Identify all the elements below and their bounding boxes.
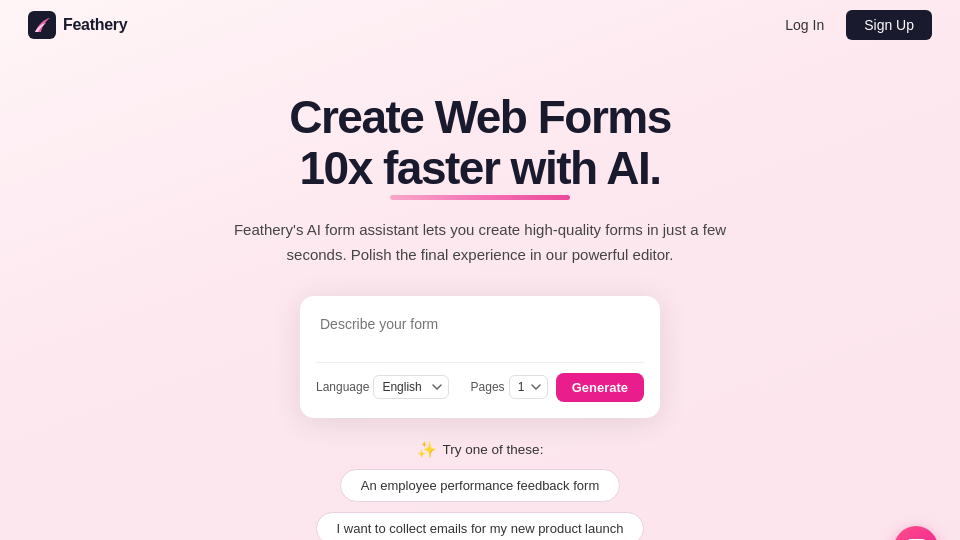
feathery-logo-icon	[28, 11, 56, 39]
pages-select[interactable]: 1 2 3 4 5	[509, 375, 548, 399]
hero-section: Create Web Forms 10x faster with AI. Fea…	[0, 50, 960, 540]
form-divider	[316, 362, 644, 363]
signup-button[interactable]: Sign Up	[846, 10, 932, 40]
language-select[interactable]: English Spanish French German	[373, 375, 449, 399]
try-heading: ✨ Try one of these:	[417, 440, 544, 459]
form-controls: Language English Spanish French German P…	[316, 373, 644, 402]
form-card: Language English Spanish French German P…	[300, 296, 660, 418]
brand-name: Feathery	[63, 16, 127, 34]
pages-label: Pages	[471, 380, 505, 394]
try-section: ✨ Try one of these: An employee performa…	[316, 440, 645, 540]
pages-group: Pages 1 2 3 4 5	[471, 375, 548, 399]
language-label: Language	[316, 380, 369, 394]
generate-button[interactable]: Generate	[556, 373, 644, 402]
navbar: Feathery Log In Sign Up	[0, 0, 960, 50]
nav-links: Log In Sign Up	[775, 10, 932, 40]
suggestion-button-1[interactable]: I want to collect emails for my new prod…	[316, 512, 645, 540]
hero-title: Create Web Forms 10x faster with AI.	[289, 92, 671, 200]
chat-icon	[905, 535, 927, 540]
title-underline-decoration	[390, 195, 570, 200]
sparkle-icon: ✨	[417, 440, 437, 459]
login-button[interactable]: Log In	[775, 11, 834, 39]
hero-title-line2: 10x faster with AI.	[300, 142, 661, 194]
suggestion-button-0[interactable]: An employee performance feedback form	[340, 469, 620, 502]
language-group: Language English Spanish French German	[316, 375, 463, 399]
logo-area: Feathery	[28, 11, 127, 39]
try-heading-text: Try one of these:	[443, 442, 544, 457]
hero-subtitle: Feathery's AI form assistant lets you cr…	[220, 218, 740, 268]
form-description-input[interactable]	[316, 310, 644, 358]
